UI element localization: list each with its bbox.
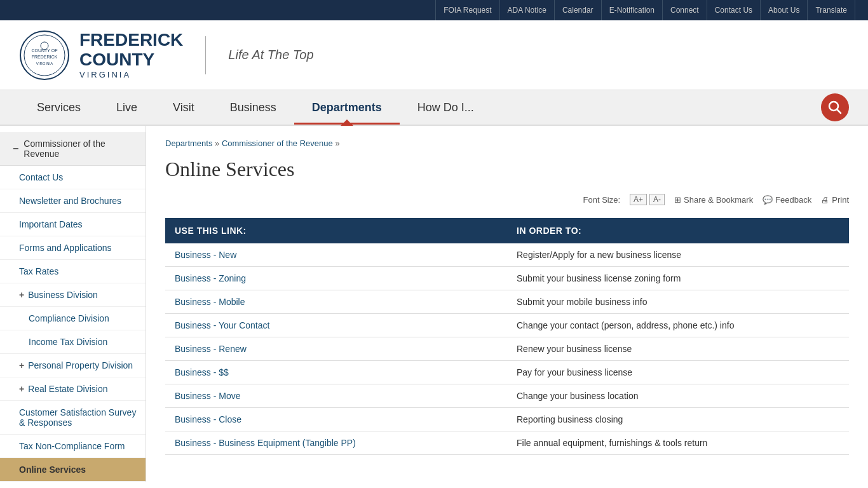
feedback-icon: 💬 xyxy=(763,195,773,205)
table-row: Business - ZoningSubmit your business li… xyxy=(165,267,849,290)
service-link-1[interactable]: Business - Zoning xyxy=(175,273,246,283)
county-state: VIRGINIA xyxy=(79,70,183,79)
topbar-link-connect[interactable]: Connect xyxy=(663,0,707,20)
nav-howdoi[interactable]: How Do I... xyxy=(400,90,492,125)
sidebar: − Commissioner of the Revenue Contact Us… xyxy=(0,126,146,482)
service-description-1: Submit your business license zoning form xyxy=(507,267,849,290)
tagline: Life At The Top xyxy=(228,48,313,62)
top-bar: FOIA RequestADA NoticeCalendarE-Notifica… xyxy=(0,0,868,20)
sidebar-header-label: Commissioner of the Revenue xyxy=(24,139,136,159)
toolbar: Font Size: A+ A- ⊞ Share & Bookmark 💬 Fe… xyxy=(165,194,849,205)
expand-icon: + xyxy=(19,290,24,300)
table-row: Business - CloseReporting business closi… xyxy=(165,408,849,431)
search-button[interactable] xyxy=(821,93,849,121)
service-link-5[interactable]: Business - $$ xyxy=(175,367,229,377)
header: COUNTY OF FREDERICK VIRGINIA FREDERICK C… xyxy=(0,20,868,90)
table-row: Business - MobileSubmit your mobile busi… xyxy=(165,290,849,314)
font-increase-button[interactable]: A+ xyxy=(630,194,647,205)
nav-services[interactable]: Services xyxy=(19,90,98,125)
service-description-0: Register/Apply for a new business licens… xyxy=(507,243,849,267)
sidebar-item-label: Important Dates xyxy=(19,219,83,229)
table-row: Business - RenewRenew your business lice… xyxy=(165,337,849,361)
table-row: Business - Your ContactChange your conta… xyxy=(165,314,849,337)
sidebar-item-label: Real Estate Division xyxy=(28,384,107,394)
services-table: USE THIS LINK: IN ORDER TO: Business - N… xyxy=(165,218,849,455)
county-name: FREDERICK COUNTY xyxy=(79,30,183,70)
service-link-6[interactable]: Business - Move xyxy=(175,391,240,401)
share-bookmark-link[interactable]: ⊞ Share & Bookmark xyxy=(674,195,753,205)
nav-items: Services Live Visit Business Departments… xyxy=(19,90,821,125)
service-link-8[interactable]: Business - Business Equipment (Tangible … xyxy=(175,438,356,448)
feedback-link[interactable]: 💬 Feedback xyxy=(763,195,811,205)
topbar-link-contact-us-top[interactable]: Contact Us xyxy=(707,0,761,20)
content-wrapper: − Commissioner of the Revenue Contact Us… xyxy=(0,126,868,482)
breadcrumb-departments[interactable]: Departments xyxy=(165,139,212,148)
svg-text:VIRGINIA: VIRGINIA xyxy=(36,62,53,65)
sidebar-item-label: Online Services xyxy=(19,464,86,475)
header-divider xyxy=(205,36,206,74)
sidebar-collapse-icon: − xyxy=(13,143,18,154)
service-link-7[interactable]: Business - Close xyxy=(175,414,241,424)
sb-contact[interactable]: Contact Us xyxy=(0,166,146,189)
topbar-link-translate[interactable]: Translate xyxy=(808,0,855,20)
sb-personal[interactable]: +Personal Property Division xyxy=(0,354,146,377)
county-seal: COUNTY OF FREDERICK VIRGINIA xyxy=(19,30,70,81)
topbar-link-calendar[interactable]: Calendar xyxy=(555,0,602,20)
print-icon: 🖨 xyxy=(821,195,829,205)
topbar-link-enotification[interactable]: E-Notification xyxy=(602,0,663,20)
print-link[interactable]: 🖨 Print xyxy=(821,195,849,205)
sb-noncompliance[interactable]: Tax Non-Compliance Form xyxy=(0,435,146,458)
topbar-link-foia[interactable]: FOIA Request xyxy=(435,0,499,20)
sb-business[interactable]: +Business Division xyxy=(0,283,146,307)
nav-departments[interactable]: Departments xyxy=(294,90,400,125)
sb-online[interactable]: Online Services xyxy=(0,458,146,482)
nav-visit[interactable]: Visit xyxy=(155,90,212,125)
svg-text:FREDERICK: FREDERICK xyxy=(32,55,58,59)
sb-compliance[interactable]: Compliance Division xyxy=(0,307,146,330)
expand-icon: + xyxy=(19,360,24,370)
service-link-3[interactable]: Business - Your Contact xyxy=(175,320,269,330)
sidebar-item-label: Business Division xyxy=(28,290,98,300)
sidebar-item-label: Customer Satisfaction Survey & Responses xyxy=(19,407,139,428)
topbar-link-ada[interactable]: ADA Notice xyxy=(500,0,555,20)
service-description-5: Pay for your business license xyxy=(507,361,849,384)
service-description-8: File annual equipment, furnishings & too… xyxy=(507,431,849,455)
service-description-4: Renew your business license xyxy=(507,337,849,361)
svg-text:COUNTY OF: COUNTY OF xyxy=(31,48,57,53)
main-content: Departments » Commissioner of the Revenu… xyxy=(146,126,868,482)
topbar-link-about-us[interactable]: About Us xyxy=(761,0,808,20)
sb-survey[interactable]: Customer Satisfaction Survey & Responses xyxy=(0,401,146,435)
sb-taxrates[interactable]: Tax Rates xyxy=(0,260,146,283)
col2-header: IN ORDER TO: xyxy=(507,218,849,243)
breadcrumb-sep2: » xyxy=(335,139,339,148)
sb-newsletter[interactable]: Newsletter and Brochures xyxy=(0,189,146,213)
font-decrease-button[interactable]: A- xyxy=(649,194,665,205)
breadcrumb: Departments » Commissioner of the Revenu… xyxy=(165,139,849,148)
service-description-3: Change your contact (person, address, ph… xyxy=(507,314,849,337)
sidebar-item-label: Compliance Division xyxy=(29,313,109,323)
font-size-controls: A+ A- xyxy=(630,194,665,205)
service-description-6: Change your business location xyxy=(507,384,849,408)
sidebar-item-label: Contact Us xyxy=(19,172,63,182)
sidebar-item-label: Income Tax Division xyxy=(29,337,107,347)
sb-realestate[interactable]: +Real Estate Division xyxy=(0,377,146,401)
service-link-0[interactable]: Business - New xyxy=(175,250,236,260)
breadcrumb-commissioner[interactable]: Commissioner of the Revenue xyxy=(222,139,333,148)
sidebar-item-label: Tax Rates xyxy=(19,266,58,276)
nav-live[interactable]: Live xyxy=(98,90,155,125)
font-size-label: Font Size: xyxy=(583,195,621,205)
sb-dates[interactable]: Important Dates xyxy=(0,213,146,236)
table-row: Business - MoveChange your business loca… xyxy=(165,384,849,408)
sb-income[interactable]: Income Tax Division xyxy=(0,330,146,354)
sidebar-item-label: Forms and Applications xyxy=(19,243,112,253)
nav-business[interactable]: Business xyxy=(212,90,294,125)
expand-icon: + xyxy=(19,384,24,394)
service-link-4[interactable]: Business - Renew xyxy=(175,344,247,354)
table-row: Business - $$Pay for your business licen… xyxy=(165,361,849,384)
breadcrumb-sep1: » xyxy=(215,139,222,148)
service-link-2[interactable]: Business - Mobile xyxy=(175,297,245,307)
page-title: Online Services xyxy=(165,158,849,181)
sidebar-header[interactable]: − Commissioner of the Revenue xyxy=(0,132,146,166)
logo-area: COUNTY OF FREDERICK VIRGINIA FREDERICK C… xyxy=(19,30,314,81)
sb-forms[interactable]: Forms and Applications xyxy=(0,236,146,260)
